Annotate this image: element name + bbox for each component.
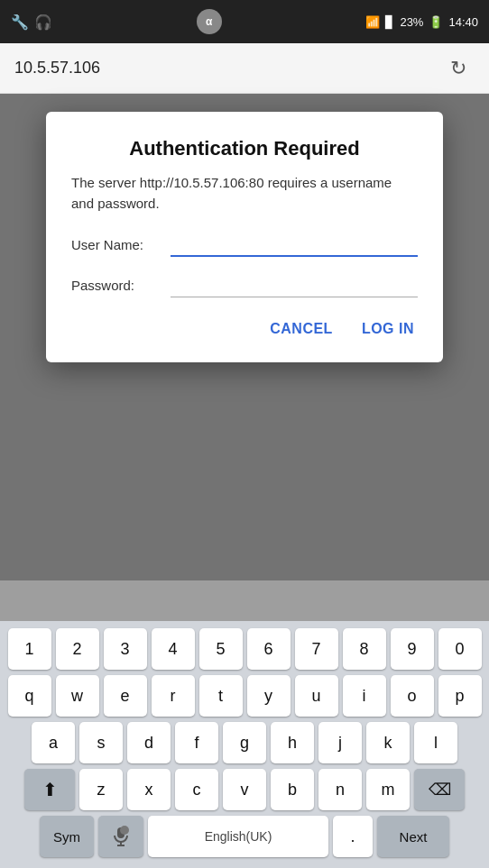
backspace-key[interactable]: ⌫ [414, 769, 465, 810]
status-right-icons: 📶 ▊ 23% 🔋 14:40 [365, 15, 478, 29]
password-label: Password: [71, 278, 171, 293]
cancel-button[interactable]: CANCEL [266, 314, 337, 344]
username-input[interactable] [171, 232, 418, 257]
username-label: User Name: [71, 237, 171, 252]
keyboard: 1 2 3 4 5 6 7 8 9 0 q w e r t y u i o p … [0, 621, 489, 868]
reload-button[interactable]: ↻ [442, 52, 475, 85]
key-w[interactable]: w [56, 675, 99, 717]
login-button[interactable]: LOG IN [358, 314, 418, 344]
key-4[interactable]: 4 [152, 628, 195, 670]
key-f[interactable]: f [175, 722, 218, 763]
reload-icon: ↻ [450, 57, 466, 80]
key-q[interactable]: q [8, 675, 51, 717]
password-input[interactable] [171, 273, 418, 297]
key-8[interactable]: 8 [343, 628, 386, 670]
keyboard-row-numbers: 1 2 3 4 5 6 7 8 9 0 [4, 628, 485, 670]
next-key[interactable]: Next [377, 816, 449, 857]
dialog-title: Authentication Required [71, 137, 418, 160]
dialog-actions: CANCEL LOG IN [71, 314, 418, 344]
key-r[interactable]: r [152, 675, 195, 717]
keyboard-row-bottom: Sym English(UK) . Next [4, 816, 485, 857]
status-left-icons: 🔧 🎧 [11, 14, 52, 31]
key-3[interactable]: 3 [104, 628, 147, 670]
key-n[interactable]: n [318, 769, 362, 810]
svg-point-3 [120, 826, 129, 835]
key-b[interactable]: b [271, 769, 314, 810]
key-a[interactable]: a [32, 722, 75, 763]
keyboard-row-a: a s d f g h j k l [4, 722, 485, 763]
tool-icon: 🔧 [11, 14, 29, 31]
signal-icon: ▊ [385, 15, 394, 29]
battery-icon: 🔋 [429, 15, 443, 29]
main-content: Authentication Required The server http:… [0, 94, 489, 580]
url-display[interactable]: 10.5.57.106 [14, 59, 100, 78]
key-g[interactable]: g [223, 722, 266, 763]
key-s[interactable]: s [79, 722, 123, 763]
wifi-icon: 📶 [365, 15, 380, 29]
dialog-overlay: Authentication Required The server http:… [0, 94, 489, 580]
headphone-icon: 🎧 [34, 14, 52, 31]
vnc-logo: α [197, 9, 222, 34]
key-m[interactable]: m [366, 769, 410, 810]
key-5[interactable]: 5 [199, 628, 243, 670]
key-1[interactable]: 1 [8, 628, 51, 670]
key-o[interactable]: o [391, 675, 434, 717]
settings-sub-icon [118, 824, 131, 836]
key-k[interactable]: k [366, 722, 410, 763]
status-bar: 🔧 🎧 α 📶 ▊ 23% 🔋 14:40 [0, 0, 489, 43]
space-key[interactable]: English(UK) [148, 816, 328, 857]
key-9[interactable]: 9 [391, 628, 434, 670]
period-key[interactable]: . [333, 816, 373, 857]
key-h[interactable]: h [271, 722, 314, 763]
password-field-row: Password: [71, 273, 418, 297]
key-l[interactable]: l [414, 722, 457, 763]
keyboard-row-q: q w e r t y u i o p [4, 675, 485, 717]
key-z[interactable]: z [79, 769, 123, 810]
sym-key[interactable]: Sym [40, 816, 94, 857]
shift-key[interactable]: ⬆ [24, 769, 75, 810]
key-x[interactable]: x [127, 769, 171, 810]
key-2[interactable]: 2 [56, 628, 99, 670]
battery-percent: 23% [400, 15, 423, 29]
mic-key[interactable] [98, 816, 143, 857]
username-field-row: User Name: [71, 232, 418, 257]
key-t[interactable]: t [199, 675, 243, 717]
dialog-description: The server http://10.5.57.106:80 require… [71, 173, 418, 214]
key-6[interactable]: 6 [247, 628, 291, 670]
key-p[interactable]: p [438, 675, 482, 717]
key-v[interactable]: v [223, 769, 266, 810]
key-c[interactable]: c [175, 769, 218, 810]
key-e[interactable]: e [104, 675, 147, 717]
auth-dialog: Authentication Required The server http:… [46, 112, 443, 362]
keyboard-row-z: ⬆ z x c v b n m ⌫ [4, 769, 485, 810]
clock: 14:40 [448, 15, 478, 29]
address-bar: 10.5.57.106 ↻ [0, 43, 489, 94]
key-u[interactable]: u [295, 675, 338, 717]
key-0[interactable]: 0 [438, 628, 482, 670]
key-7[interactable]: 7 [295, 628, 338, 670]
key-i[interactable]: i [343, 675, 386, 717]
key-j[interactable]: j [318, 722, 362, 763]
key-d[interactable]: d [127, 722, 171, 763]
key-y[interactable]: y [247, 675, 291, 717]
